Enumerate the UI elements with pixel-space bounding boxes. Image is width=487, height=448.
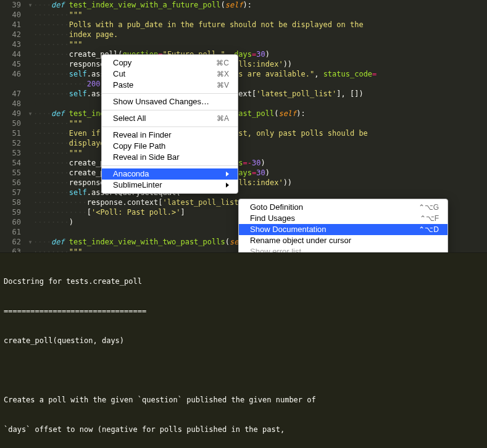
menu-item-label: Anaconda	[113, 168, 149, 180]
context-menu-main[interactable]: Copy⌘CCut⌘XPaste⌘VShow Unsaved Changes…S…	[101, 54, 238, 194]
doc-title: Docstring for tests.create_poll	[4, 276, 483, 286]
line-number: 44	[0, 49, 27, 59]
code-line[interactable]: 52········displayed.	[0, 138, 487, 148]
menu-shortcut: ⌘A	[217, 113, 229, 124]
code-line[interactable]: 44········create_poll(question="Future p…	[0, 49, 487, 59]
code-line[interactable]: 47········self.assertQuerysetEqual(respo…	[0, 89, 487, 99]
doc-body-line: Creates a poll with the given `question`…	[4, 395, 483, 405]
menu-shortcut: ⌃⌥F	[420, 213, 439, 224]
menu-item-label: Select All	[113, 113, 146, 124]
line-number: 42	[0, 30, 27, 39]
line-number: 48	[0, 99, 27, 109]
doc-rule: ================================	[4, 306, 483, 316]
code-line[interactable]: 42········index page.	[0, 30, 487, 39]
line-number: 57	[0, 188, 27, 197]
code-line[interactable]: 54········create_poll(question="Past pol…	[0, 158, 487, 168]
menu-item-label: Reveal in Finder	[113, 130, 172, 141]
code-line[interactable]: 56········response = self.client.get(rev…	[0, 178, 487, 188]
fold-marker	[27, 30, 33, 39]
anaconda-menu-item[interactable]: Rename object under cursor	[239, 235, 447, 246]
line-number: 51	[0, 128, 27, 138]
fold-marker	[27, 49, 33, 59]
documentation-panel: Docstring for tests.create_poll ========…	[0, 252, 487, 448]
fold-marker	[27, 148, 33, 158]
code-line[interactable]: 45········response = self.client.get(rev…	[0, 59, 487, 69]
code-line[interactable]: 41········Polls with a pub_date in the f…	[0, 20, 487, 30]
code-content[interactable]: ····def test_index_view_with_a_future_po…	[33, 0, 487, 10]
code-line[interactable]: 49▾····def test_index_view_with_future_p…	[0, 109, 487, 118]
line-number: 56	[0, 178, 27, 188]
line-number: 47	[0, 89, 27, 99]
code-line[interactable]: 43········"""	[0, 39, 487, 49]
code-content[interactable]: ········Polls with a pub_date in the fut…	[33, 20, 487, 30]
code-content[interactable]: ········"""	[33, 10, 487, 20]
menu-shortcut: ⌃⌥G	[418, 202, 439, 213]
line-number: 53	[0, 148, 27, 158]
menu-item-label: Reveal in Side Bar	[113, 152, 180, 163]
context-menu-item[interactable]: Show Unsaved Changes…	[102, 96, 238, 107]
anaconda-menu-item[interactable]: Show Documentation⌃⌥D	[239, 224, 447, 235]
fold-marker	[27, 99, 33, 109]
context-menu-item[interactable]: Reveal in Finder	[102, 130, 238, 141]
code-line[interactable]: 51········Even if both past and future p…	[0, 128, 487, 138]
fold-marker	[27, 128, 33, 138]
anaconda-menu-item[interactable]: Find Usages⌃⌥F	[239, 213, 447, 224]
fold-marker	[27, 89, 33, 99]
line-number: 60	[0, 217, 27, 227]
code-line[interactable]: 40········"""	[0, 10, 487, 20]
menu-item-label: Paste	[113, 80, 133, 91]
code-line[interactable]: 50········"""	[0, 118, 487, 128]
context-menu-item[interactable]: Copy⌘C	[102, 57, 238, 68]
context-menu-item[interactable]: Cut⌘X	[102, 68, 238, 80]
line-number: 45	[0, 59, 27, 69]
menu-item-label: Cut	[113, 68, 125, 80]
line-number: 50	[0, 118, 27, 128]
menu-shortcut: ⌃⌥D	[418, 224, 439, 235]
line-number: 40	[0, 10, 27, 20]
context-menu-item[interactable]: Copy File Path	[102, 141, 238, 152]
fold-marker	[27, 39, 33, 49]
menu-shortcut: ⌘X	[217, 68, 229, 80]
line-number: 52	[0, 138, 27, 148]
line-number: 46	[0, 69, 27, 79]
fold-marker: ▾	[27, 0, 33, 10]
context-menu-item[interactable]: Reveal in Side Bar	[102, 152, 238, 163]
context-menu-item[interactable]: Select All⌘A	[102, 113, 238, 124]
code-line[interactable]: 57········self.assertQuerysetEqual(	[0, 188, 487, 197]
code-line[interactable]: 55········create_poll(question="Future p…	[0, 168, 487, 178]
menu-separator	[102, 93, 238, 94]
code-line[interactable]: 48	[0, 99, 487, 109]
menu-separator	[102, 110, 238, 110]
line-number: 41	[0, 20, 27, 30]
menu-separator	[102, 127, 238, 127]
line-number: 62	[0, 237, 27, 247]
fold-marker	[27, 217, 33, 227]
code-line[interactable]: 39▾····def test_index_view_with_a_future…	[0, 0, 487, 10]
menu-item-label: Copy File Path	[113, 141, 165, 152]
menu-item-label: SublimeLinter	[113, 180, 162, 191]
line-number: 58	[0, 197, 27, 207]
code-line[interactable]: ············200)	[0, 79, 487, 89]
fold-marker	[27, 69, 33, 79]
fold-marker	[27, 59, 33, 69]
code-line[interactable]: 53········"""	[0, 148, 487, 158]
anaconda-menu-item[interactable]: Goto Definition⌃⌥G	[239, 202, 447, 213]
code-line[interactable]: 46········self.assertContains(response, …	[0, 69, 487, 79]
fold-marker	[27, 138, 33, 148]
fold-marker	[27, 168, 33, 178]
code-content[interactable]: ········"""	[33, 39, 487, 49]
context-menu-item[interactable]: Anaconda	[102, 168, 238, 180]
context-menu-item[interactable]: Paste⌘V	[102, 80, 238, 91]
fold-marker	[27, 227, 33, 237]
fold-marker	[27, 79, 33, 89]
doc-signature: create_poll(question, days)	[4, 336, 483, 346]
line-number: 49	[0, 109, 27, 118]
line-number: 43	[0, 39, 27, 49]
fold-marker	[27, 118, 33, 128]
context-menu-item[interactable]: SublimeLinter	[102, 180, 238, 191]
line-number: 54	[0, 158, 27, 168]
line-number: 59	[0, 207, 27, 217]
code-content[interactable]: ········index page.	[33, 30, 487, 39]
fold-marker	[27, 20, 33, 30]
menu-item-label: Show Documentation	[250, 224, 327, 235]
